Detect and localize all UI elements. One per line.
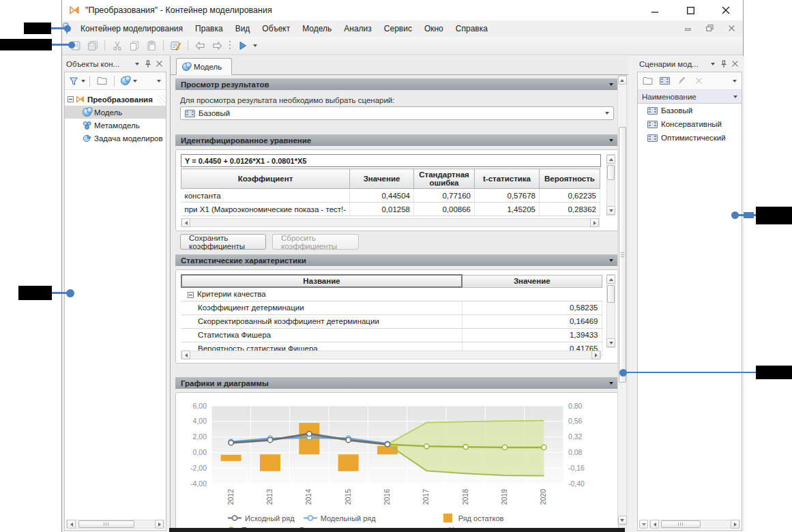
run-dropdown-caret[interactable] — [253, 44, 257, 47]
scroll-right-button[interactable] — [731, 520, 739, 529]
table-row[interactable]: константа0,44504 0,771600,57678 0,62235 — [181, 189, 600, 203]
collapse-section-caret[interactable] — [609, 382, 613, 385]
panel-toolbar-overflow-caret[interactable] — [157, 80, 161, 83]
maximize-button[interactable] — [683, 3, 698, 18]
menu-model[interactable]: Модель — [296, 22, 338, 35]
close-panel-icon[interactable] — [153, 59, 164, 70]
main-vscrollbar[interactable] — [617, 75, 627, 525]
mdi-minimize-button[interactable] — [685, 24, 691, 33]
tab-model[interactable]: Модель — [176, 58, 232, 75]
menu-container[interactable]: Контейнер моделирования — [74, 22, 189, 35]
menu-window[interactable]: Окно — [418, 22, 450, 35]
scroll-up-button[interactable] — [606, 155, 615, 164]
equation-formula[interactable]: Y = 0.4450 + 0.0126*X1 - 0.0801*X5 — [181, 154, 601, 167]
col-tstat[interactable]: t-статистика — [475, 169, 540, 189]
scenario-item-optimistic[interactable]: Оптимистический — [638, 131, 742, 145]
table-row[interactable]: Скорректированный коэффициент детерминац… — [181, 314, 602, 328]
objects-panel-hscrollbar[interactable] — [66, 520, 164, 529]
scrollbar-thumb[interactable] — [607, 285, 615, 303]
panel-toolbar-overflow-caret[interactable] — [733, 80, 737, 83]
minimize-button[interactable] — [647, 3, 662, 18]
paste-icon[interactable] — [143, 38, 159, 53]
run-icon[interactable] — [235, 38, 250, 53]
save-all-icon[interactable] — [85, 38, 100, 53]
collapse-expander-icon[interactable] — [68, 96, 74, 102]
scroll-up-button[interactable] — [606, 275, 615, 284]
stats-hscrollbar[interactable] — [181, 351, 601, 359]
filter-icon[interactable] — [67, 74, 80, 89]
table-row[interactable]: Статистика Фишера1,39433 — [181, 328, 602, 342]
col-name[interactable]: Название — [181, 275, 462, 287]
scroll-left-button[interactable] — [67, 520, 76, 529]
name-column-header[interactable]: Наименование — [638, 90, 742, 104]
menu-service[interactable]: Сервис — [378, 22, 418, 35]
name-column-caret[interactable] — [733, 95, 737, 98]
toolbar-grip[interactable] — [229, 40, 231, 51]
scroll-right-button[interactable] — [590, 218, 599, 227]
tree-root-row[interactable]: Преобразования — [65, 93, 166, 106]
folder-icon[interactable] — [640, 74, 656, 89]
menu-help[interactable]: Справка — [450, 22, 494, 35]
combobox-caret[interactable] — [605, 112, 609, 115]
scenario-combobox[interactable]: Базовый — [180, 106, 614, 120]
menu-edit[interactable]: Правка — [189, 22, 229, 35]
edit-note-icon[interactable] — [168, 38, 184, 53]
scrollbar-thumb[interactable] — [661, 520, 701, 528]
scenarios-panel-hscrollbar[interactable] — [649, 520, 740, 529]
legend-item[interactable]: Модельный ряд — [303, 514, 376, 522]
scroll-right-button[interactable] — [155, 520, 164, 529]
scrollbar-thumb[interactable] — [78, 520, 134, 528]
back-icon[interactable] — [192, 38, 208, 53]
col-value[interactable]: Значение — [462, 275, 602, 287]
equation-hscrollbar[interactable] — [181, 218, 600, 227]
scroll-up-button[interactable] — [618, 76, 627, 85]
menu-view[interactable]: Вид — [229, 22, 256, 35]
model-filter-icon[interactable] — [119, 74, 132, 89]
cut-icon[interactable] — [109, 38, 125, 53]
collapse-section-caret[interactable] — [609, 83, 613, 86]
panel-extra-button[interactable] — [639, 520, 648, 529]
col-stderr[interactable]: Стандартная ошибка — [414, 169, 475, 189]
equation-section-header[interactable]: Идентифицированное уравнение — [175, 134, 619, 146]
scroll-down-button[interactable] — [618, 516, 627, 524]
forward-icon[interactable] — [209, 38, 225, 53]
edit-pencil-icon[interactable] — [674, 74, 690, 89]
scroll-left-button[interactable] — [650, 520, 659, 529]
pin-icon[interactable] — [143, 59, 153, 70]
results-section-header[interactable]: Просмотр результатов — [175, 78, 619, 90]
scenario-icon[interactable] — [657, 74, 673, 89]
stats-section-header[interactable]: Статистические характеристики — [175, 254, 619, 266]
close-button[interactable] — [718, 3, 733, 18]
model-filter-caret[interactable] — [133, 80, 137, 83]
scroll-down-button[interactable] — [606, 338, 615, 347]
tree-item-modeling-task[interactable]: Задача моделиров — [65, 132, 166, 145]
col-value[interactable]: Значение — [350, 169, 414, 189]
table-row[interactable]: Коэффициент детерминации0,58235 — [181, 301, 602, 314]
tree-item-metamodel[interactable]: Метамодель — [65, 119, 166, 132]
tree-item-model[interactable]: Модель — [65, 106, 166, 119]
scroll-down-button[interactable] — [606, 206, 615, 215]
table-row[interactable]: при X1 (Макроэкономические показа - тест… — [181, 203, 600, 216]
col-coefficient[interactable]: Коэффициент — [181, 169, 350, 189]
reset-coefficients-button[interactable]: Сбросить коэффициенты — [272, 234, 359, 250]
close-panel-icon[interactable] — [729, 59, 740, 70]
collapse-expander-icon[interactable] — [188, 292, 194, 298]
filter-caret[interactable] — [81, 80, 85, 83]
group-row[interactable]: Критерии качества — [181, 287, 602, 301]
collapse-section-caret[interactable] — [609, 139, 613, 142]
panel-menu-caret-icon[interactable] — [132, 59, 143, 70]
scenario-item-base[interactable]: Базовый — [638, 104, 742, 117]
collapse-section-caret[interactable] — [609, 259, 613, 262]
panel-menu-caret-icon[interactable] — [707, 59, 718, 70]
scrollbar-thumb[interactable] — [619, 127, 626, 383]
scroll-right-button[interactable] — [591, 351, 600, 359]
mdi-restore-button[interactable] — [706, 24, 714, 33]
scrollbar-thumb[interactable] — [607, 165, 615, 180]
menu-object[interactable]: Объект — [256, 22, 296, 35]
copy-icon[interactable] — [126, 38, 142, 53]
legend-item[interactable]: Исходный ряд — [227, 514, 295, 522]
scroll-left-button[interactable] — [181, 351, 190, 359]
folder-icon[interactable] — [94, 74, 110, 89]
equation-vscrollbar[interactable] — [606, 154, 615, 216]
col-prob[interactable]: Вероятность — [540, 169, 600, 189]
